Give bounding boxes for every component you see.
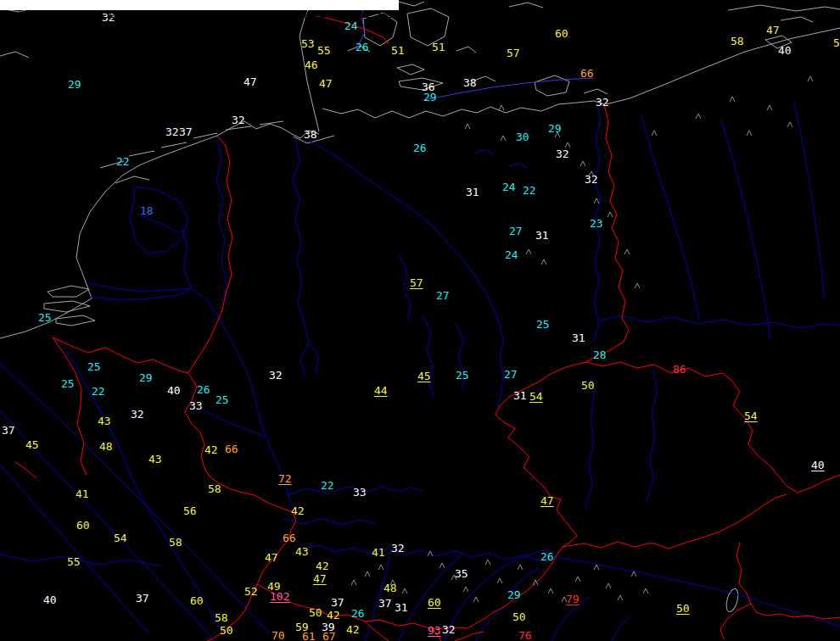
station-gust-value: 25 — [38, 312, 52, 323]
station-gust-value: 24 — [502, 181, 516, 192]
station-gust-value: 47 — [244, 76, 257, 87]
station-gust-value: 40 — [811, 460, 825, 471]
station-gust-value: 31 — [513, 390, 527, 401]
station-gust-value: 33 — [353, 487, 367, 498]
station-gust-value: 41 — [372, 547, 385, 558]
station-gust-value: 43 — [295, 546, 309, 557]
station-gust-value: 22 — [321, 480, 334, 491]
station-gust-value: 51 — [391, 45, 405, 56]
station-gust-value: 31 — [466, 187, 479, 198]
station-gust-value: 22 — [116, 156, 130, 167]
station-gust-value: 27 — [509, 226, 523, 237]
station-gust-value: 52 — [244, 586, 258, 597]
station-gust-value: 25 — [216, 394, 229, 405]
station-gust-value: 38 — [304, 129, 317, 140]
station-layer: 3229472218323732382426535546475151362938… — [0, 0, 840, 641]
station-gust-value: 24 — [344, 20, 358, 31]
station-gust-value: 47 — [265, 552, 278, 563]
station-gust-value: 54 — [744, 410, 758, 421]
station-gust-value: 23 — [590, 218, 603, 229]
station-gust-value: 22 — [523, 185, 536, 196]
station-gust-value: 29 — [548, 123, 562, 134]
station-gust-value: 25 — [536, 319, 550, 330]
station-gust-value: 32 — [596, 97, 609, 108]
station-gust-value: 60 — [190, 595, 204, 606]
station-gust-value: 102 — [270, 591, 289, 602]
station-gust-value: 93 — [428, 625, 441, 636]
weather-map-screen: 3229472218323732382426535546475151362938… — [0, 0, 840, 641]
station-gust-value: 31 — [395, 602, 408, 613]
station-gust-value: 37 — [179, 126, 193, 137]
station-gust-value: 37 — [331, 597, 344, 608]
station-gust-value: 50 — [220, 625, 233, 636]
station-gust-value: 56 — [183, 505, 197, 516]
station-gust-value: 38 — [463, 77, 477, 88]
station-gust-value: 30 — [516, 131, 529, 142]
station-gust-value: 76 — [518, 630, 532, 641]
station-gust-value: 18 — [140, 205, 154, 216]
station-gust-value: 45 — [25, 439, 39, 450]
station-gust-value: 40 — [167, 385, 181, 396]
station-gust-value: 37 — [2, 425, 15, 436]
station-gust-value: 72 — [278, 473, 292, 484]
station-gust-value: 27 — [436, 290, 450, 301]
station-gust-value: 32 — [391, 543, 405, 554]
station-gust-value: 47 — [540, 495, 554, 506]
station-gust-value: 31 — [535, 230, 549, 241]
station-gust-value: 5 — [833, 37, 840, 48]
station-gust-value: 29 — [68, 79, 81, 90]
station-gust-value: 54 — [529, 391, 543, 402]
station-gust-value: 61 — [302, 631, 316, 641]
station-gust-value: 26 — [197, 384, 210, 395]
station-gust-value: 31 — [572, 332, 585, 343]
station-gust-value: 37 — [378, 598, 392, 609]
station-gust-value: 70 — [272, 630, 285, 641]
map-title: SON 23.09.18 06:00 UTC Bodenwettermeldun… — [20, 9, 396, 18]
station-gust-value: 66 — [225, 443, 238, 454]
station-gust-value: 40 — [778, 45, 792, 56]
station-gust-value: 58 — [208, 483, 221, 494]
station-gust-value: 26 — [540, 551, 554, 562]
station-gust-value: 46 — [305, 59, 318, 70]
station-gust-value: 40 — [43, 594, 57, 605]
station-gust-value: 29 — [139, 372, 153, 383]
station-gust-value: 43 — [148, 454, 162, 465]
station-gust-value: 42 — [327, 610, 340, 621]
station-gust-value: 66 — [283, 532, 296, 543]
station-gust-value: 27 — [504, 369, 518, 380]
station-gust-value: 43 — [98, 415, 111, 426]
station-gust-value: 32 — [585, 174, 598, 185]
station-gust-value: 26 — [356, 42, 369, 53]
station-gust-value: 50 — [581, 380, 595, 391]
station-gust-value: 45 — [417, 371, 431, 382]
station-gust-value: 60 — [76, 520, 90, 531]
station-gust-value: 42 — [316, 560, 329, 571]
station-gust-value: 47 — [319, 78, 333, 89]
station-gust-value: 47 — [313, 573, 327, 584]
station-gust-value: 28 — [593, 349, 607, 360]
title-bar: SON 23.09.18 06:00 UTC Bodenwettermeldun… — [0, 0, 399, 10]
station-gust-value: 60 — [428, 597, 441, 608]
station-gust-value: 22 — [92, 386, 105, 397]
station-gust-value: 60 — [555, 28, 568, 39]
station-gust-value: 25 — [87, 361, 101, 372]
station-gust-value: 42 — [291, 505, 305, 516]
station-gust-value: 24 — [505, 249, 518, 260]
station-gust-value: 32 — [269, 370, 283, 381]
station-gust-value: 47 — [766, 25, 780, 36]
station-gust-value: 35 — [455, 568, 468, 579]
station-gust-value: 25 — [456, 370, 469, 381]
station-gust-value: 42 — [346, 624, 360, 635]
station-gust-value: 55 — [317, 45, 331, 56]
station-gust-value: 32 — [131, 409, 144, 420]
station-gust-value: 25 — [61, 378, 75, 389]
station-gust-value: 48 — [99, 441, 113, 452]
station-gust-value: 32 — [556, 148, 569, 159]
station-gust-value: 79 — [566, 594, 580, 605]
station-gust-value: 51 — [432, 42, 445, 53]
station-gust-value: 41 — [76, 488, 89, 499]
station-gust-value: 55 — [67, 556, 81, 567]
station-gust-value: 58 — [731, 36, 744, 47]
station-gust-value: 37 — [136, 593, 149, 604]
station-gust-value: 57 — [410, 277, 423, 288]
